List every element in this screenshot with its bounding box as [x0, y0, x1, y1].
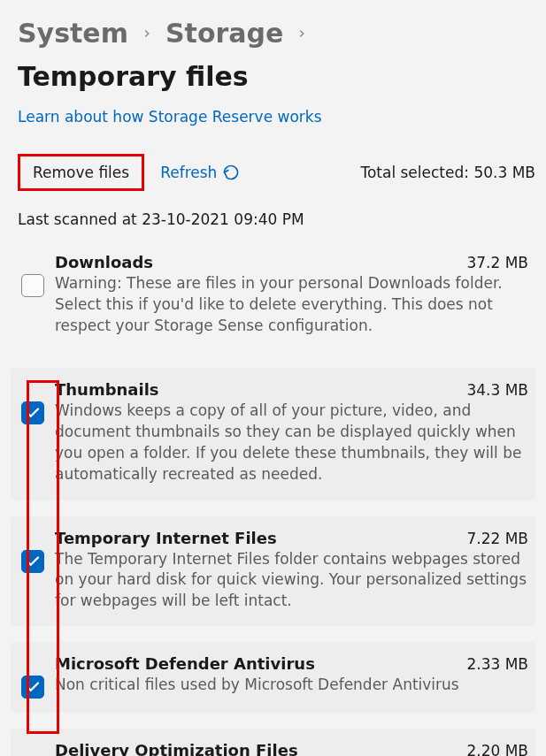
- item-title: Delivery Optimization Files: [55, 741, 298, 756]
- breadcrumb-current: Temporary files: [18, 61, 249, 92]
- checkbox-downloads[interactable]: [21, 274, 44, 297]
- item-size: 2.20 MB: [466, 742, 528, 756]
- refresh-label: Refresh: [160, 164, 217, 181]
- item-title: Downloads: [55, 253, 153, 271]
- checkbox-defender[interactable]: [21, 676, 44, 699]
- list-item: Delivery Optimization Files 2.20 MB Deli…: [11, 729, 535, 756]
- file-category-list: Downloads 37.2 MB Warning: These are fil…: [11, 241, 535, 756]
- chevron-right-icon: [141, 23, 153, 44]
- item-desc: Non critical files used by Microsoft Def…: [55, 675, 528, 696]
- refresh-icon: [222, 164, 240, 181]
- item-title: Microsoft Defender Antivirus: [55, 654, 315, 673]
- breadcrumb: System Storage Temporary files: [18, 18, 535, 92]
- item-desc: The Temporary Internet Files folder cont…: [55, 549, 528, 612]
- list-item: Downloads 37.2 MB Warning: These are fil…: [11, 241, 535, 350]
- item-title: Thumbnails: [55, 380, 159, 399]
- checkbox-temp-internet[interactable]: [21, 550, 44, 573]
- checkbox-thumbnails[interactable]: [21, 401, 44, 424]
- remove-files-button[interactable]: Remove files: [18, 154, 144, 191]
- item-title: Temporary Internet Files: [55, 529, 277, 547]
- item-size: 34.3 MB: [466, 381, 528, 399]
- item-size: 2.33 MB: [466, 655, 528, 673]
- list-item: Temporary Internet Files 7.22 MB The Tem…: [11, 516, 535, 626]
- item-size: 37.2 MB: [466, 254, 528, 271]
- item-size: 7.22 MB: [466, 530, 528, 547]
- item-desc: Warning: These are files in your persona…: [55, 273, 528, 336]
- total-selected: Total selected: 50.3 MB: [360, 164, 535, 181]
- chevron-right-icon: [296, 23, 308, 44]
- learn-link[interactable]: Learn about how Storage Reserve works: [18, 108, 322, 126]
- list-item: Thumbnails 34.3 MB Windows keeps a copy …: [11, 368, 535, 499]
- breadcrumb-storage[interactable]: Storage: [165, 18, 283, 49]
- item-desc: Windows keeps a copy of all of your pict…: [55, 401, 528, 485]
- breadcrumb-system[interactable]: System: [18, 18, 128, 49]
- list-item: Microsoft Defender Antivirus 2.33 MB Non…: [11, 642, 535, 713]
- action-row: Remove files Refresh Total selected: 50.…: [18, 154, 535, 191]
- last-scanned: Last scanned at 23-10-2021 09:40 PM: [18, 210, 535, 228]
- refresh-link[interactable]: Refresh: [160, 164, 240, 181]
